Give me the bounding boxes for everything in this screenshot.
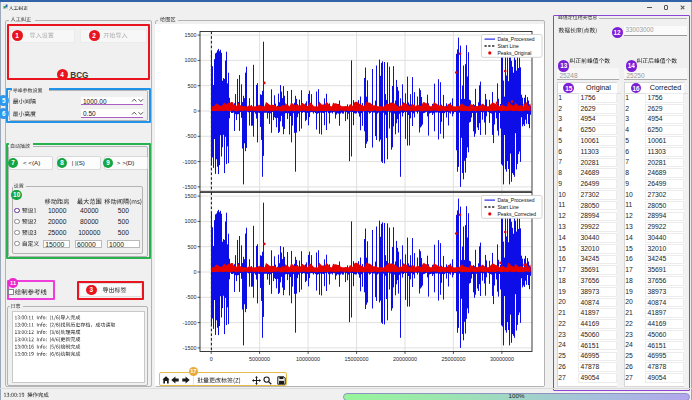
svg-text:1500: 1500	[184, 32, 196, 38]
svg-text:1000: 1000	[184, 57, 196, 63]
svg-text:Peaks_Original: Peaks_Original	[498, 50, 532, 56]
svg-text:0: 0	[193, 269, 196, 275]
svg-text:1000: 1000	[184, 218, 196, 224]
svg-text:25000000: 25000000	[441, 356, 465, 362]
svg-text:10000000: 10000000	[296, 356, 320, 362]
svg-text:0: 0	[210, 356, 213, 362]
svg-text:Data_Processed: Data_Processed	[498, 36, 535, 42]
svg-text:5000000: 5000000	[249, 356, 270, 362]
svg-text:Start Line: Start Line	[498, 43, 520, 49]
svg-text:15000000: 15000000	[345, 356, 369, 362]
svg-text:Data_Processed: Data_Processed	[498, 197, 535, 203]
svg-text:-1000: -1000	[183, 159, 197, 165]
svg-text:500: 500	[187, 244, 196, 250]
svg-text:-500: -500	[186, 133, 197, 139]
svg-text:20000000: 20000000	[393, 356, 417, 362]
svg-text:Peaks_Corrected: Peaks_Corrected	[498, 211, 537, 217]
svg-text:-1500: -1500	[183, 345, 197, 351]
svg-text:1500: 1500	[184, 193, 196, 199]
svg-text:Start Line: Start Line	[498, 204, 520, 210]
svg-text:30000000: 30000000	[490, 356, 514, 362]
svg-text:500: 500	[187, 83, 196, 89]
svg-text:-1000: -1000	[183, 320, 197, 326]
svg-text:-500: -500	[186, 294, 197, 300]
svg-text:-1500: -1500	[183, 184, 197, 190]
svg-text:0: 0	[193, 108, 196, 114]
